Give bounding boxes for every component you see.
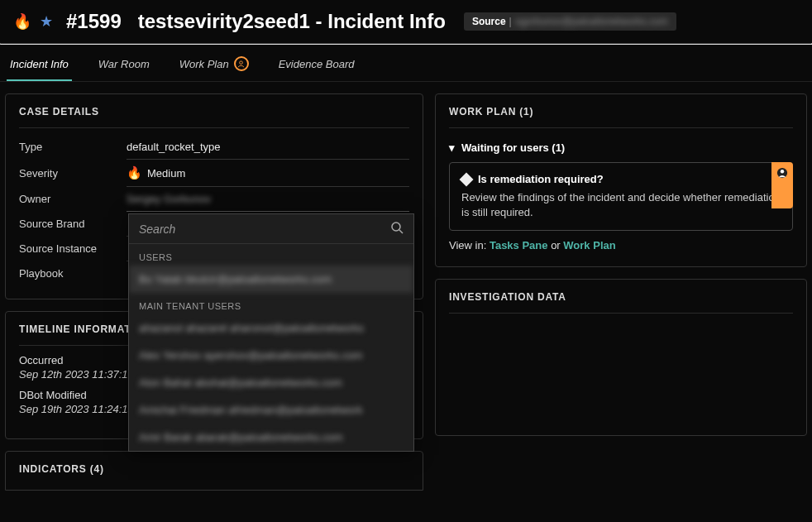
tabs-bar: Incident Info War Room Work Plan Evidenc… [0, 45, 812, 82]
search-input[interactable] [139, 223, 390, 236]
field-source-instance-label: Source Instance [19, 242, 127, 255]
dropdown-group-users: USERS [129, 244, 413, 266]
dropdown-item[interactable]: Bo Yatab bkutcir@paloaltonetworks.com [129, 266, 413, 293]
work-plan-link[interactable]: Work Plan [563, 239, 615, 251]
tab-incident-info[interactable]: Incident Info [7, 45, 72, 81]
view-in-row: View in: Tasks Pane or Work Plan [449, 239, 793, 251]
view-in-prefix: View in: [449, 239, 486, 251]
field-severity-label: Severity [19, 167, 127, 180]
search-icon [390, 221, 404, 237]
field-type-value: default_rocket_type [127, 141, 220, 153]
dropdown-item[interactable]: ahazanol ahazarel aharonot@paloaltonetwo… [129, 314, 413, 342]
field-owner-value[interactable]: Sergey Gorbunov [127, 193, 211, 205]
svg-line-4 [399, 230, 403, 233]
field-severity-value: 🔥 Medium [127, 165, 185, 180]
chevron-down-icon: ▾ [449, 141, 455, 154]
case-details-title: CASE DETAILS [19, 106, 409, 117]
right-column: WORK PLAN (1) ▾ Waiting for users (1) Is… [435, 93, 807, 491]
investigation-title: INVESTIGATION DATA [449, 291, 793, 303]
page-title: #1599 testsevirity2seed1 - Incident Info [66, 10, 446, 33]
view-in-or: or [551, 239, 561, 251]
dropdown-item[interactable]: Alex Yershov ayershov@paloaltonetworks.c… [129, 342, 413, 369]
work-plan-card: WORK PLAN (1) ▾ Waiting for users (1) Is… [435, 93, 807, 267]
fire-icon: 🔥 [13, 12, 31, 31]
field-type-label: Type [19, 141, 127, 153]
owner-dropdown: USERS Bo Yatab bkutcir@paloaltonetworks.… [128, 213, 414, 452]
source-pill: Source | ogorbunov@paloaltonetworks.com [464, 12, 676, 31]
dropdown-search-row [129, 214, 413, 244]
wp-task-desc: Review the findings of the incident and … [461, 190, 781, 220]
field-playbook-label: Playbook [19, 267, 127, 280]
diamond-icon [460, 172, 474, 186]
dropdown-group-main-tenant: MAIN TENANT USERS [129, 293, 413, 314]
wp-section-toggle[interactable]: ▾ Waiting for users (1) [449, 136, 793, 162]
svg-point-2 [781, 170, 784, 173]
tasks-pane-link[interactable]: Tasks Pane [490, 239, 548, 251]
dropdown-item[interactable]: Alon Bahat abohat@paloaltonetworks.com [129, 369, 413, 396]
indicators-card: INDICATORS (4) [5, 451, 423, 491]
dropdown-body[interactable]: USERS Bo Yatab bkutcir@paloaltonetworks.… [129, 244, 413, 451]
severity-fire-icon: 🔥 [127, 165, 142, 180]
field-source-brand-label: Source Brand [19, 218, 127, 230]
header-bar: 🔥 ★ #1599 testsevirity2seed1 - Incident … [0, 0, 812, 43]
svg-point-3 [392, 223, 400, 231]
user-icon [234, 56, 249, 71]
tab-war-room[interactable]: War Room [95, 45, 153, 81]
star-icon[interactable]: ★ [40, 12, 53, 31]
field-owner-label: Owner [19, 193, 127, 205]
dropdown-item[interactable]: Amichai Friedman afriedman@paloaltonetwo… [129, 396, 413, 424]
wp-task-user-badge [771, 162, 793, 208]
dropdown-item[interactable]: Amir Barak abarak@paloaltonetworks.com [129, 424, 413, 451]
wp-section-label: Waiting for users (1) [461, 141, 565, 154]
source-value: ogorbunov@paloaltonetworks.com [515, 16, 668, 27]
source-label: Source [472, 16, 506, 27]
wp-task[interactable]: Is remediation required? Review the find… [449, 162, 793, 231]
tab-evidence-board[interactable]: Evidence Board [275, 45, 358, 81]
work-plan-title: WORK PLAN (1) [449, 106, 793, 117]
tab-work-plan-label: Work Plan [179, 58, 229, 70]
severity-text: Medium [147, 167, 185, 180]
wp-task-title-text: Is remediation required? [478, 173, 604, 185]
indicators-title: INDICATORS (4) [19, 463, 409, 475]
incident-title: testsevirity2seed1 - Incident Info [138, 10, 446, 32]
tab-work-plan[interactable]: Work Plan [176, 45, 252, 81]
incident-id: #1599 [66, 10, 122, 32]
investigation-card: INVESTIGATION DATA [435, 279, 807, 436]
svg-point-0 [240, 60, 243, 64]
